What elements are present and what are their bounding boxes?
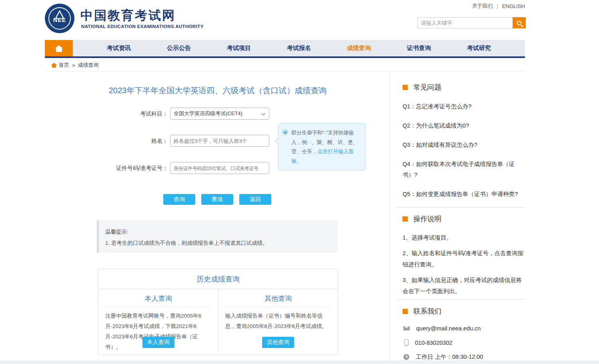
other-query-title: 其他查询 — [225, 294, 331, 307]
query-button[interactable]: 查询 — [163, 194, 195, 205]
name-input[interactable] — [170, 135, 269, 147]
breadcrumb-separator: > — [72, 62, 75, 68]
self-query-title: 本人查询 — [105, 294, 211, 307]
instructions-section-title: 操作说明 — [403, 214, 441, 224]
instructions-list: 1、选择考试项目。 2、输入姓名和证件号码/准考证号，点击查询按钮进行查询。 3… — [403, 232, 524, 301]
faq-title-text: 常见问题 — [413, 82, 441, 92]
logo-text: NEE — [53, 17, 66, 23]
nav-item-exam-research[interactable]: 考试研究 — [449, 40, 509, 56]
about-us-link[interactable]: 关于我们 — [472, 2, 493, 10]
id-label: 证件号码/准考证号： — [98, 165, 168, 172]
clock-icon — [403, 354, 409, 360]
history-query-panel: 历史成绩查询 本人查询 注册中国教育考试网账号，查询2005年6月-2023年6… — [98, 269, 338, 355]
contact-title-text: 联系我们 — [413, 306, 441, 316]
notice-box: 温馨提示: 1. 若考生的口试成绩为不合格，则成绩报告单上不报道其口试成绩。 — [97, 220, 338, 253]
other-query-section: 其他查询 输入成绩报告单（证书）编号和姓名等信息，查询2005年6月-2023年… — [218, 289, 338, 355]
faq-list: Q1：忘记准考证号怎么办? Q2：为什么笔试成绩为0? Q3：如对成绩有异议怎么… — [403, 101, 523, 208]
header-search — [417, 17, 526, 28]
faq-item-q1[interactable]: Q1：忘记准考证号怎么办? — [403, 101, 523, 112]
subject-select[interactable]: 全国大学英语四级考试(CET4) — [170, 108, 269, 120]
faq-item-q5[interactable]: Q5：如何变更成绩报告单（证书）申请种类? — [403, 189, 523, 200]
site-subtitle: NATIONAL EDUCATION EXAMINATIONS AUTHORIT… — [81, 24, 204, 29]
contact-list: query@mail.neea.edu.cn 010-83020302 工作日 … — [403, 324, 523, 364]
self-query-button[interactable]: 本人查询 — [142, 337, 174, 348]
nav-item-certificate-query[interactable]: 证书查询 — [389, 40, 449, 56]
main-nav: 考试资讯 公示公告 考试项目 考试报名 成绩查询 证书查询 考试研究 — [45, 40, 525, 58]
top-links-separator: | — [497, 3, 498, 9]
instruction-step-2: 2、输入姓名和证件号码/准考证号，点击查询按钮进行查询。 — [403, 248, 524, 270]
nav-item-score-query[interactable]: 成绩查询 — [329, 40, 389, 56]
notice-item: 1. 若考生的口试成绩为不合格，则成绩报告单上不报道其口试成绩。 — [105, 240, 338, 247]
name-label: 姓名： — [98, 138, 168, 145]
contact-phone-row: 010-83020302 — [403, 338, 523, 347]
chevron-down-icon — [262, 112, 266, 116]
english-link[interactable]: ENGLISH — [502, 3, 525, 9]
nav-item-exam-programs[interactable]: 考试项目 — [209, 40, 269, 56]
nav-item-registration[interactable]: 考试报名 — [269, 40, 329, 56]
contact-phone: 010-83020302 — [415, 340, 453, 346]
logo-ring: NEE — [48, 7, 71, 30]
nav-home-button[interactable] — [45, 40, 73, 56]
instructions-title-text: 操作说明 — [413, 214, 441, 224]
contact-email[interactable]: query@mail.neea.edu.cn — [416, 325, 481, 332]
radio-icon — [282, 130, 288, 135]
footer-strip — [0, 361, 599, 364]
contact-email-row: query@mail.neea.edu.cn — [403, 324, 523, 332]
site-name: 中国教育考试网 — [80, 7, 176, 24]
sidebar-divider-1 — [397, 207, 525, 208]
home-icon — [56, 48, 62, 52]
contact-hours: 工作日 上午：08:30-12:00 — [416, 353, 483, 361]
notice-title: 温馨提示: — [105, 228, 338, 236]
page-title: 2023年下半年全国大学英语四、六级考试（含口试）成绩查询 — [97, 85, 339, 96]
reset-button[interactable]: 重填 — [201, 194, 233, 205]
rare-character-tip: 部分生僻字和“·”支持快捷输入，例: ·、龑、㭎、䜣、恵、瑬、仝等，点击打开输入… — [278, 123, 366, 170]
id-input[interactable] — [170, 162, 269, 174]
faq-item-q3[interactable]: Q3：如对成绩有异议怎么办? — [403, 140, 523, 150]
search-icon — [517, 21, 521, 25]
faq-item-q4[interactable]: Q4：如何获取本次考试电子成绩报告单（证书）? — [403, 159, 523, 180]
search-button[interactable] — [513, 17, 526, 28]
other-query-desc: 输入成绩报告单（证书）编号和姓名等信息，查询2005年6月-2023年6月考试成… — [225, 311, 331, 332]
orange-square-icon — [403, 309, 408, 314]
search-input[interactable] — [417, 17, 513, 28]
content-vertical-divider — [389, 72, 390, 361]
contact-hours-row: 工作日 上午：08:30-12:00 — [403, 353, 523, 361]
self-query-section: 本人查询 注册中国教育考试网账号，查询2005年6月-2023年6月考试成绩，下… — [98, 289, 218, 355]
phone-icon — [404, 339, 409, 346]
header-top-links: 关于我们 | ENGLISH — [472, 2, 525, 10]
nav-underline — [45, 56, 525, 58]
instruction-step-3: 3、如果输入信息正确，对应考试的成绩信息将会在下一个页面列出。 — [403, 274, 524, 297]
breadcrumb: 首页 > 成绩查询 — [52, 62, 99, 69]
orange-square-icon — [403, 216, 408, 222]
breadcrumb-current[interactable]: 成绩查询 — [78, 62, 99, 69]
subject-label: 考试科目： — [98, 110, 168, 118]
nav-item-announcements[interactable]: 公示公告 — [149, 40, 209, 56]
breadcrumb-home-link[interactable]: 首页 — [59, 62, 69, 69]
history-title: 历史成绩查询 — [98, 269, 338, 289]
nav-item-exam-news[interactable]: 考试资讯 — [89, 40, 149, 56]
breadcrumb-divider — [45, 71, 525, 72]
breadcrumb-home-icon — [52, 65, 56, 68]
sidebar-divider-2 — [397, 299, 525, 300]
site-logo[interactable]: NEE — [45, 4, 74, 33]
contact-section-title: 联系我们 — [403, 306, 441, 316]
subject-select-value: 全国大学英语四级考试(CET4) — [174, 110, 242, 117]
instruction-step-1: 1、选择考试项目。 — [403, 232, 524, 243]
back-button[interactable]: 返回 — [239, 194, 271, 205]
faq-section-title: 常见问题 — [403, 82, 441, 92]
orange-square-icon — [403, 85, 408, 90]
other-query-button[interactable]: 其他查询 — [262, 337, 294, 348]
faq-item-q2[interactable]: Q2：为什么笔试成绩为0? — [403, 120, 523, 131]
mail-icon — [403, 326, 410, 330]
